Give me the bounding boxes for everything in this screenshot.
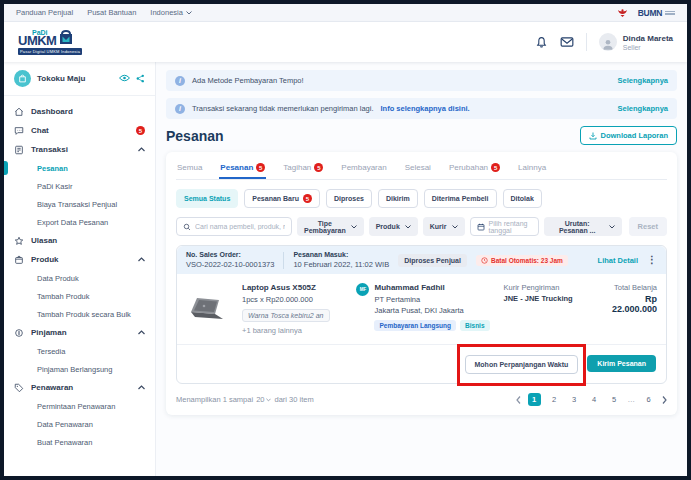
tab-label: Perubahan xyxy=(449,163,488,172)
link-panduan-penjual[interactable]: Panduan Penjual xyxy=(16,8,73,17)
download-laporan-button[interactable]: Download Laporan xyxy=(580,126,678,145)
more-items-text: +1 barang lainnya xyxy=(242,326,346,335)
sidebar-item-transaksi[interactable]: Transaksi xyxy=(4,140,155,159)
store-row: Tokoku Maju xyxy=(4,70,155,96)
page-number-1[interactable]: 1 xyxy=(528,393,541,406)
lihat-detail-link[interactable]: Lihat Detail xyxy=(598,256,638,265)
chip-semua-status[interactable]: Semua Status xyxy=(176,189,238,208)
sidebar-subitem-label: Tambah Produk secara Bulk xyxy=(37,310,131,319)
status-filter-row: Semua Status Pesanan Baru5 Diproses Diki… xyxy=(176,189,667,208)
sidebar-subitem-tersedia[interactable]: Tersedia xyxy=(4,342,155,360)
per-page-dropdown[interactable]: 20 xyxy=(256,395,271,404)
chip-label: Diproses xyxy=(334,195,364,202)
sidebar-subitem-pesanan[interactable]: Pesanan xyxy=(4,159,155,177)
bumn-logo-text: BUMN xyxy=(638,8,662,18)
buyer-company: PT Pertamina xyxy=(374,295,489,304)
chevron-down-icon xyxy=(186,11,192,15)
language-selector[interactable]: Indonesia xyxy=(150,8,192,17)
sidebar-item-label: Produk xyxy=(31,255,131,264)
chevron-right-icon[interactable] xyxy=(662,396,667,404)
courier-label: Kurir Pengiriman xyxy=(504,283,597,292)
order-status-badge: Diproses Penjual xyxy=(398,254,467,267)
sidebar-item-label: Chat xyxy=(31,126,129,135)
dropdown-label: Tipe Pembayaran xyxy=(304,220,346,234)
chip-dikirim[interactable]: Dikirim xyxy=(378,189,418,208)
sidebar-item-penawaran[interactable]: Penawaran xyxy=(4,378,155,397)
chip-diterima-pembeli[interactable]: Diterima Pembeli xyxy=(424,189,497,208)
payment-type-dropdown[interactable]: Tipe Pembayaran xyxy=(297,217,364,236)
search-input[interactable] xyxy=(195,223,285,230)
padi-umkm-logo[interactable]: PaDi UMKM Pasar Digital UMKM Indonesia xyxy=(18,29,82,55)
tab-perubahan[interactable]: Perubahan5 xyxy=(448,161,501,179)
sidebar-item-chat[interactable]: Chat 5 xyxy=(4,121,155,140)
banner-selengkapnya-link[interactable]: Selengkapnya xyxy=(618,104,668,113)
banner-selengkapnya-link[interactable]: Selengkapnya xyxy=(618,76,668,85)
mail-icon[interactable] xyxy=(560,36,574,48)
chip-ditolak[interactable]: Ditolak xyxy=(503,189,542,208)
chevron-down-icon xyxy=(351,225,357,229)
kirim-pesanan-button[interactable]: Kirim Pesanan xyxy=(587,355,656,372)
courier-dropdown[interactable]: Kurir xyxy=(423,217,465,236)
date-range-picker[interactable]: Pilih rentang tanggal xyxy=(470,217,539,236)
mohon-perpanjangan-waktu-button[interactable]: Mohon Perpanjangan Waktu xyxy=(465,355,579,374)
filter-row: Tipe Pembayaran Produk Kurir Pilih renta… xyxy=(176,217,667,236)
chip-pesanan-baru[interactable]: Pesanan Baru5 xyxy=(244,189,320,208)
page-number-2[interactable]: 2 xyxy=(548,393,561,406)
bumn-logo: BUMN xyxy=(638,8,675,18)
page-number-3[interactable]: 3 xyxy=(568,393,581,406)
sidebar-subitem-export-data[interactable]: Export Data Pesanan xyxy=(4,213,155,231)
sidebar-subitem-tambah-produk-bulk[interactable]: Tambah Produk secara Bulk xyxy=(4,305,155,323)
pagination-summary: Menampilkan 1 sampai 20 dari 30 item xyxy=(176,395,314,404)
banner-text: Transaksi sekarang tidak memerlukan peng… xyxy=(192,104,373,113)
page-title: Pesanan xyxy=(166,128,224,144)
tab-lainnya[interactable]: Lainnya xyxy=(517,161,547,179)
kebab-menu-icon[interactable]: ⋮ xyxy=(647,257,657,263)
tab-selesai[interactable]: Selesai xyxy=(404,161,432,179)
link-pusat-bantuan[interactable]: Pusat Bantuan xyxy=(87,8,136,17)
notification-bell-icon[interactable] xyxy=(535,36,548,49)
shopping-bag-logo-icon xyxy=(58,30,74,46)
sidebar-subitem-permintaan-penawaran[interactable]: Permintaan Penawaran xyxy=(4,397,155,415)
chip-label: Dikirim xyxy=(386,195,410,202)
sidebar-subitem-padi-kasir[interactable]: PaDi Kasir xyxy=(4,177,155,195)
sidebar-item-dashboard[interactable]: Dashboard xyxy=(4,102,155,121)
sort-dropdown[interactable]: Urutan: Pesanan ... xyxy=(544,217,622,236)
product-variant-chip: Warna Tosca kebiru2 an xyxy=(242,309,330,322)
eye-icon[interactable] xyxy=(119,74,130,83)
sidebar-subitem-label: PaDi Kasir xyxy=(37,182,72,191)
tab-pembayaran[interactable]: Pembayaran xyxy=(340,161,387,179)
calendar-icon xyxy=(477,223,485,231)
order-row: No. Sales Order: VSO-2022-02-10-0001373 … xyxy=(176,245,667,384)
chevron-down-icon xyxy=(452,225,458,229)
chip-diproses[interactable]: Diproses xyxy=(326,189,372,208)
sidebar-subitem-pinjaman-berlangsung[interactable]: Pinjaman Berlangsung xyxy=(4,360,155,378)
page-number-6[interactable]: 6 xyxy=(642,393,655,406)
sidebar-subitem-tambah-produk[interactable]: Tambah Produk xyxy=(4,287,155,305)
sidebar-item-ulasan[interactable]: Ulasan xyxy=(4,231,155,250)
sidebar-item-pinjaman[interactable]: Pinjaman xyxy=(4,323,155,342)
sidebar-subitem-biaya-transaksi[interactable]: Biaya Transaksi Penjual xyxy=(4,195,155,213)
tab-tagihan[interactable]: Tagihan5 xyxy=(282,161,324,179)
date-placeholder: Pilih rentang tanggal xyxy=(489,220,532,234)
receipt-icon xyxy=(14,145,24,155)
sales-order-label: No. Sales Order: xyxy=(186,251,274,258)
reset-button[interactable]: Reset xyxy=(629,217,667,236)
product-dropdown[interactable]: Produk xyxy=(369,217,418,236)
share-icon[interactable] xyxy=(136,74,145,83)
sales-order-number: VSO-2022-02-10-0001373 xyxy=(186,260,274,269)
tab-pesanan[interactable]: Pesanan5 xyxy=(219,161,266,179)
user-menu[interactable]: Dinda Mareta Seller xyxy=(599,33,673,51)
sidebar-subitem-data-produk[interactable]: Data Produk xyxy=(4,269,155,287)
sidebar-subitem-label: Buat Penawaran xyxy=(37,438,92,447)
page-number-4[interactable]: 4 xyxy=(588,393,601,406)
pagination: Menampilkan 1 sampai 20 dari 30 item 1 2… xyxy=(176,393,667,406)
tab-semua[interactable]: Semua xyxy=(176,161,203,179)
sidebar-item-produk[interactable]: Produk xyxy=(4,250,155,269)
dropdown-label: Urutan: Pesanan ... xyxy=(551,220,604,234)
chevron-left-icon[interactable] xyxy=(516,396,521,404)
sidebar-subitem-data-penawaran[interactable]: Data Penawaran xyxy=(4,415,155,433)
sidebar-subitem-buat-penawaran[interactable]: Buat Penawaran xyxy=(4,433,155,451)
sidebar-subitem-label: Tambah Produk xyxy=(37,292,90,301)
banner-info-link[interactable]: Info selengkapnya disini. xyxy=(380,104,469,113)
page-number-5[interactable]: 5 xyxy=(608,393,621,406)
